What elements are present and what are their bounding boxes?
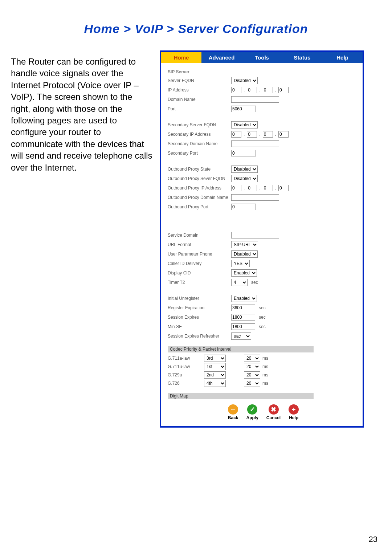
ob-ip-octet-3[interactable] xyxy=(263,185,273,191)
timer-t2-label: Timer T2 xyxy=(168,280,231,285)
ob-fqdn-label: Outbound Proxy Sever FQDN xyxy=(168,176,231,181)
port-input[interactable] xyxy=(231,106,256,112)
tab-help[interactable]: Help xyxy=(322,52,363,63)
sec-ip-octet-3[interactable] xyxy=(263,131,273,138)
ip-octet-3[interactable] xyxy=(263,87,273,93)
digit-map-header: Digit Map xyxy=(168,393,314,399)
ob-port-label: Outbound Proxy Port xyxy=(168,204,231,209)
domain-name-input[interactable] xyxy=(231,96,279,103)
codec-row: G.726 4th 20ms xyxy=(168,380,359,387)
codec-name: G.711u-law xyxy=(168,364,204,369)
description-text: The Router can be configured to handle v… xyxy=(11,50,160,174)
sec-domain-input[interactable] xyxy=(231,140,279,147)
cancel-icon: ✖ xyxy=(269,404,279,415)
sess-exp-label: Session Expires xyxy=(168,315,231,320)
config-panel: Home Advanced Tools Status Help SIP Serv… xyxy=(160,50,364,428)
sec-fqdn-select[interactable]: Disabled xyxy=(231,121,258,128)
codec-name: G.711a-law xyxy=(168,356,204,361)
codec-unit: ms xyxy=(262,381,268,386)
apply-button[interactable]: ✓ Apply xyxy=(246,404,258,420)
help-label: Help xyxy=(289,415,298,420)
service-domain-input[interactable] xyxy=(231,232,279,238)
codec-row: G.711u-law 1st 20ms xyxy=(168,363,359,370)
sec-port-input[interactable] xyxy=(231,150,256,156)
port-label: Port xyxy=(168,106,231,111)
ob-ip-octet-1[interactable] xyxy=(231,185,241,191)
page-number: 23 xyxy=(369,535,377,544)
codec-prio-select[interactable]: 1st xyxy=(204,363,226,370)
back-label: Back xyxy=(228,415,238,420)
codec-name: G.729a xyxy=(168,372,204,378)
help-button[interactable]: + Help xyxy=(289,404,299,420)
sess-exp-unit: sec xyxy=(259,315,266,320)
user-param-select[interactable]: Disabled xyxy=(231,250,258,258)
ob-state-select[interactable]: Disabled xyxy=(231,166,258,173)
sec-ip-label: Secondary IP Address xyxy=(168,132,231,137)
codec-row: G.711a-law 3rd 20ms xyxy=(168,355,359,362)
page-title: Home > VoIP > Server Configuration xyxy=(11,22,381,36)
tab-home[interactable]: Home xyxy=(161,52,201,63)
ip-octet-4[interactable] xyxy=(278,87,289,93)
ob-ip-label: Outbound Proxy IP Address xyxy=(168,185,231,191)
display-cid-label: Display CID xyxy=(168,270,231,276)
url-format-label: URL Format xyxy=(168,242,231,247)
codec-prio-select[interactable]: 3rd xyxy=(204,355,226,362)
sec-ip-octet-1[interactable] xyxy=(231,131,241,138)
ob-ip-octet-2[interactable] xyxy=(247,185,257,191)
cancel-label: Cancel xyxy=(266,415,281,420)
codec-unit: ms xyxy=(262,356,268,361)
sec-port-label: Secondary Port xyxy=(168,151,231,156)
server-fqdn-select[interactable]: Disabled xyxy=(231,77,258,84)
codec-prio-select[interactable]: 4th xyxy=(204,380,226,387)
tab-advanced[interactable]: Advanced xyxy=(201,52,242,63)
ip-octet-1[interactable] xyxy=(231,87,241,93)
apply-label: Apply xyxy=(246,415,258,420)
server-fqdn-label: Server FQDN xyxy=(168,78,231,83)
sess-exp-input[interactable] xyxy=(231,314,255,321)
codec-header: Codec Priority & Packet Interval xyxy=(168,346,314,352)
codec-int-select[interactable]: 20 xyxy=(244,363,260,370)
codec-name: G.726 xyxy=(168,381,204,386)
init-unreg-select[interactable]: Enabled xyxy=(231,295,257,302)
codec-int-select[interactable]: 20 xyxy=(244,371,260,379)
reg-exp-input[interactable] xyxy=(231,305,255,311)
minse-unit: sec xyxy=(259,324,266,329)
reg-exp-label: Register Expiration xyxy=(168,305,231,310)
reg-exp-unit: sec xyxy=(259,305,266,310)
ob-fqdn-select[interactable]: Disabled xyxy=(231,175,258,182)
tab-status[interactable]: Status xyxy=(282,52,322,63)
ob-port-input[interactable] xyxy=(231,204,256,210)
action-buttons: ← Back ✓ Apply ✖ Cancel + xyxy=(168,404,359,420)
ip-octet-2[interactable] xyxy=(247,87,257,93)
user-param-label: User Parameter Phone xyxy=(168,252,231,257)
codec-unit: ms xyxy=(262,372,268,378)
timer-t2-unit: sec xyxy=(251,280,258,285)
cancel-button[interactable]: ✖ Cancel xyxy=(266,404,281,420)
codec-unit: ms xyxy=(262,364,268,369)
ob-ip-octet-4[interactable] xyxy=(278,185,289,191)
timer-t2-select[interactable]: 4 xyxy=(231,279,248,286)
plus-icon: + xyxy=(289,404,299,415)
sec-ip-octet-2[interactable] xyxy=(247,131,257,138)
display-cid-select[interactable]: Enabled xyxy=(231,269,257,277)
url-format-select[interactable]: SIP-URL xyxy=(231,241,258,248)
ob-state-label: Outbound Proxy State xyxy=(168,167,231,172)
refresher-label: Session Expires Refresher xyxy=(168,334,231,339)
sip-section-title: SIP Server xyxy=(168,69,359,74)
codec-int-select[interactable]: 20 xyxy=(244,355,260,362)
codec-int-select[interactable]: 20 xyxy=(244,380,260,387)
sec-fqdn-label: Secondary Server FQDN xyxy=(168,122,231,127)
codec-prio-select[interactable]: 2nd xyxy=(204,371,226,379)
sec-ip-octet-4[interactable] xyxy=(278,131,289,138)
minse-label: Min-SE xyxy=(168,324,231,329)
refresher-select[interactable]: uac xyxy=(231,332,251,340)
back-button[interactable]: ← Back xyxy=(228,404,238,420)
minse-input[interactable] xyxy=(231,323,255,330)
ob-domain-label: Outbound Proxy Domain Name xyxy=(168,195,231,200)
ob-domain-input[interactable] xyxy=(231,194,279,201)
cid-delivery-select[interactable]: YES xyxy=(231,260,250,267)
tab-bar: Home Advanced Tools Status Help xyxy=(161,52,363,63)
check-icon: ✓ xyxy=(247,404,257,415)
sec-domain-label: Secondary Domain Name xyxy=(168,141,231,146)
tab-tools[interactable]: Tools xyxy=(242,52,282,63)
